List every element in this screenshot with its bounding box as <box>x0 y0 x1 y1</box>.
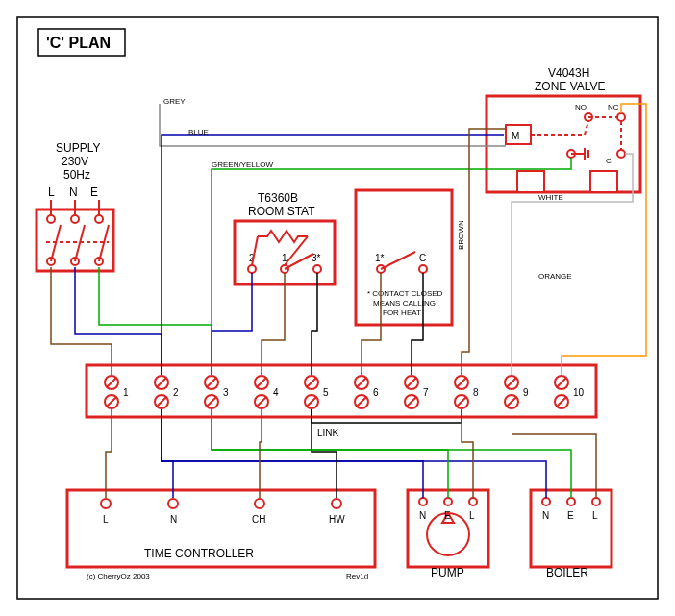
link-label: LINK <box>317 428 339 438</box>
title-text: 'C' PLAN <box>46 35 111 51</box>
svg-text:10: 10 <box>573 387 585 398</box>
cyl-tc: C <box>419 253 426 263</box>
svg-text:2: 2 <box>173 387 179 398</box>
pump: PUMP N E L <box>408 490 488 579</box>
supply-switch <box>37 200 113 271</box>
svg-text:1: 1 <box>123 387 129 398</box>
svg-point-32 <box>313 265 321 273</box>
svg-text:CH: CH <box>252 514 265 525</box>
svg-text:4: 4 <box>273 387 279 398</box>
svg-text:6: 6 <box>373 387 379 398</box>
zone-no: NO <box>575 103 587 111</box>
svg-point-18 <box>617 150 625 158</box>
supply-voltage: 230V <box>62 155 88 168</box>
svg-text:L: L <box>469 510 475 521</box>
svg-text:N: N <box>170 514 177 525</box>
tc-name: TIME CONTROLLER <box>144 547 254 560</box>
zone-nc: NC <box>608 103 619 111</box>
time-controller: TIME CONTROLLER L N CH HW <box>67 490 375 567</box>
lbl-brown: BROWN <box>457 220 465 250</box>
svg-point-104 <box>444 498 452 505</box>
footer-rev: Rev1d <box>346 572 368 580</box>
cylinder-stat: 1* C * CONTACT CLOSED MEANS CALLING FOR … <box>356 190 452 325</box>
svg-point-96 <box>255 499 264 508</box>
svg-point-2 <box>71 215 79 223</box>
svg-point-109 <box>542 498 550 505</box>
svg-text:L: L <box>103 514 109 525</box>
svg-point-30 <box>248 265 256 273</box>
junction-box <box>87 365 596 417</box>
footer-copy: (c) CherryOz 2003 <box>87 572 150 580</box>
boiler-name: BOILER <box>546 566 588 579</box>
svg-text:5: 5 <box>323 387 329 398</box>
svg-point-102 <box>419 498 427 505</box>
zone-m: M <box>512 131 519 141</box>
zone-name: ZONE VALVE <box>535 80 606 93</box>
roomstat-name: ROOM STAT <box>248 205 315 218</box>
lbl-orange: ORANGE <box>538 272 572 281</box>
svg-point-106 <box>469 498 477 505</box>
svg-point-38 <box>419 265 427 273</box>
cyl-note2: MEANS CALLING <box>373 299 436 308</box>
supply-e: E <box>90 185 98 199</box>
roomstat-model: T6360B <box>258 191 298 205</box>
zone-valve: M NO NC C <box>487 96 640 192</box>
svg-text:3: 3 <box>223 387 229 398</box>
svg-rect-27 <box>517 171 544 192</box>
svg-text:N: N <box>542 510 549 521</box>
svg-point-98 <box>332 499 341 508</box>
svg-point-17 <box>617 113 625 121</box>
cyl-note3: FOR HEAT <box>383 308 421 317</box>
svg-point-111 <box>567 498 575 505</box>
svg-point-94 <box>168 499 178 508</box>
svg-point-3 <box>95 215 103 223</box>
lbl-gy: GREEN/YELLOW <box>212 160 273 169</box>
svg-text:N: N <box>419 510 426 521</box>
zone-c: C <box>606 157 612 165</box>
lbl-blue: BLUE <box>188 128 209 136</box>
svg-point-92 <box>101 499 111 508</box>
svg-point-113 <box>592 498 600 505</box>
supply-l: L <box>48 185 55 199</box>
boiler: BOILER N E L <box>531 490 612 579</box>
cyl-t1: 1* <box>375 253 385 263</box>
svg-text:8: 8 <box>473 387 479 398</box>
supply-freq: 50Hz <box>63 168 90 182</box>
svg-text:E: E <box>444 510 451 521</box>
svg-text:7: 7 <box>423 387 429 398</box>
lbl-white: WHITE <box>538 193 563 202</box>
svg-point-1 <box>47 215 55 223</box>
svg-text:L: L <box>592 510 598 521</box>
zone-model: V4043H <box>548 66 589 80</box>
svg-text:E: E <box>567 510 574 521</box>
svg-text:9: 9 <box>523 387 529 398</box>
supply-n: N <box>69 185 78 199</box>
supply-label: SUPPLY <box>56 141 100 155</box>
cyl-note1: * CONTACT CLOSED <box>367 289 443 298</box>
lbl-grey: GREY <box>163 97 186 106</box>
svg-rect-40 <box>87 365 596 417</box>
svg-rect-28 <box>590 171 617 192</box>
pump-name: PUMP <box>431 566 464 579</box>
svg-text:HW: HW <box>329 514 345 525</box>
